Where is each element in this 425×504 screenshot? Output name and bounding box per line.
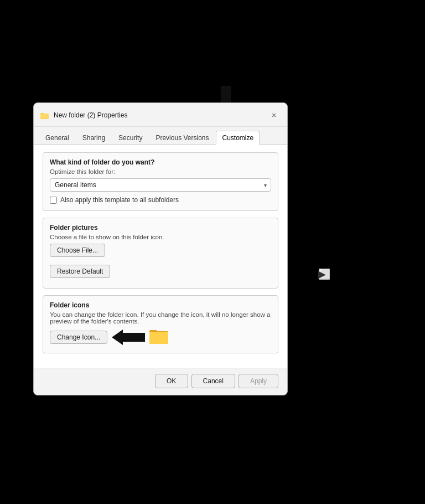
folder-pictures-desc: Choose a file to show on this folder ico… bbox=[50, 234, 271, 240]
tab-customize[interactable]: Customize bbox=[216, 131, 260, 145]
folder-pictures-heading: Folder pictures bbox=[50, 224, 271, 232]
tab-bar: General Sharing Security Previous Versio… bbox=[34, 127, 287, 145]
tab-previous-versions[interactable]: Previous Versions bbox=[149, 131, 215, 145]
tab-security[interactable]: Security bbox=[112, 131, 148, 145]
mouse-cursor: ⬜ bbox=[318, 268, 330, 280]
optimize-label: Optimize this folder for: bbox=[50, 168, 271, 175]
svg-rect-2 bbox=[40, 114, 49, 119]
left-arrow-annotation bbox=[112, 330, 145, 345]
close-button[interactable]: × bbox=[267, 109, 281, 122]
folder-preview-icon bbox=[149, 328, 168, 346]
folder-icons-desc: You can change the folder icon. If you c… bbox=[50, 311, 271, 325]
folder-pictures-buttons: Choose File... Restore Default bbox=[50, 244, 271, 281]
dialog-footer: OK Cancel Apply bbox=[34, 368, 287, 395]
folder-type-section: What kind of folder do you want? Optimiz… bbox=[43, 152, 278, 211]
properties-dialog: New folder (2) Properties × General Shar… bbox=[33, 102, 288, 395]
folder-icons-heading: Folder icons bbox=[50, 301, 271, 309]
svg-rect-5 bbox=[149, 332, 168, 344]
tab-general[interactable]: General bbox=[39, 131, 75, 145]
optimize-dropdown[interactable]: General items Documents Pictures Music V… bbox=[50, 178, 271, 192]
apply-subfolders-label: Also apply this template to all subfolde… bbox=[60, 196, 179, 204]
tab-sharing[interactable]: Sharing bbox=[76, 131, 111, 145]
title-bar: New folder (2) Properties × bbox=[34, 103, 287, 127]
apply-button: Apply bbox=[239, 374, 278, 388]
window-title: New folder (2) Properties bbox=[54, 111, 267, 119]
change-icon-button[interactable]: Change Icon... bbox=[50, 331, 107, 344]
choose-file-button[interactable]: Choose File... bbox=[50, 244, 105, 257]
restore-default-button[interactable]: Restore Default bbox=[50, 265, 110, 278]
folder-type-heading: What kind of folder do you want? bbox=[50, 158, 271, 166]
dialog-content: What kind of folder do you want? Optimiz… bbox=[34, 145, 287, 368]
title-folder-icon bbox=[40, 111, 49, 119]
cancel-button[interactable]: Cancel bbox=[191, 374, 235, 388]
folder-icons-section: Folder icons You can change the folder i… bbox=[43, 295, 278, 353]
folder-icons-row: Change Icon... bbox=[50, 328, 271, 346]
apply-subfolders-row: Also apply this template to all subfolde… bbox=[50, 196, 271, 204]
optimize-dropdown-container: General items Documents Pictures Music V… bbox=[50, 178, 271, 192]
ok-button[interactable]: OK bbox=[155, 374, 188, 388]
folder-pictures-section: Folder pictures Choose a file to show on… bbox=[43, 218, 278, 289]
apply-subfolders-checkbox[interactable] bbox=[50, 197, 57, 204]
